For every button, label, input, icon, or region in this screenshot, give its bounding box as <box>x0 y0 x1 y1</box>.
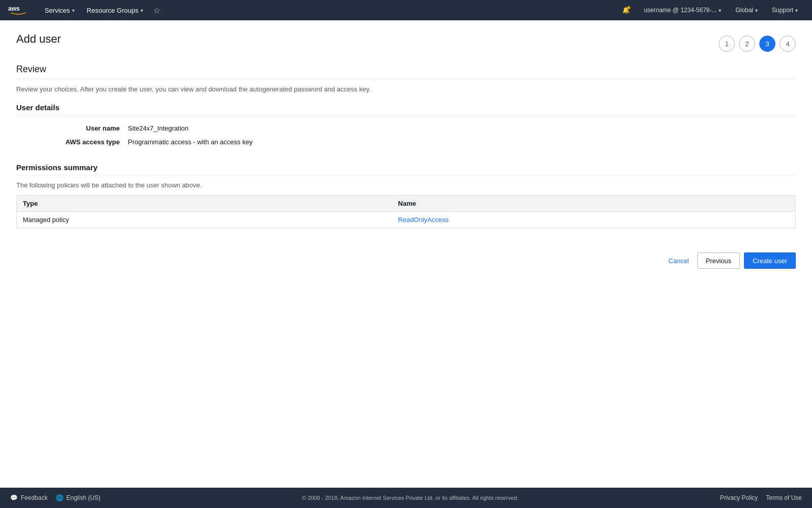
region-label: Global <box>735 7 753 14</box>
review-section-title: Review <box>16 64 796 75</box>
previous-button[interactable]: Previous <box>697 252 740 269</box>
region-chevron-icon: ▾ <box>755 8 758 13</box>
user-details-divider <box>16 115 796 115</box>
username-label: User name <box>16 124 128 132</box>
notifications-icon: 🔔 <box>622 7 630 14</box>
support-label: Support <box>772 7 793 14</box>
username-row: User name Site24x7_Integration <box>16 121 796 135</box>
bookmarks-icon[interactable]: ☆ <box>149 6 164 15</box>
policy-name: ReadOnlyAccess <box>392 212 795 228</box>
access-type-label: AWS access type <box>16 138 128 146</box>
user-details-title: User details <box>16 103 796 112</box>
permissions-table: Type Name Managed policy ReadOnlyAccess <box>16 195 796 228</box>
cancel-button[interactable]: Cancel <box>664 257 693 265</box>
top-nav: aws Services ▾ Resource Groups ▾ ☆ 🔔 use… <box>0 0 812 20</box>
step-1[interactable]: 1 <box>719 36 735 52</box>
permissions-desc: The following policies will be attached … <box>16 181 796 189</box>
aws-logo[interactable]: aws <box>8 4 28 17</box>
copyright-text: © 2008 - 2018, Amazon Internet Services … <box>302 495 519 501</box>
bell-button[interactable]: 🔔 <box>616 0 636 20</box>
resource-groups-label: Resource Groups <box>87 7 139 14</box>
action-row: Cancel Previous Create user <box>16 244 796 269</box>
access-type-value: Programmatic access - with an access key <box>128 138 253 146</box>
region-menu[interactable]: Global ▾ <box>729 0 764 20</box>
services-label: Services <box>45 7 70 14</box>
create-user-button[interactable]: Create user <box>744 252 796 269</box>
review-divider <box>16 79 796 79</box>
support-menu[interactable]: Support ▾ <box>766 0 804 20</box>
policy-link[interactable]: ReadOnlyAccess <box>398 216 449 224</box>
footer: 💬 Feedback 🌐 English (US) © 2008 - 2018,… <box>0 488 812 508</box>
access-type-row: AWS access type Programmatic access - wi… <box>16 135 796 149</box>
account-menu[interactable]: username @ 1234-5678-... ▾ <box>638 0 728 20</box>
language-label: English (US) <box>66 494 100 501</box>
permissions-title: Permissions summary <box>16 163 796 172</box>
page-header: Add user 1 2 3 4 <box>16 33 796 52</box>
nav-right: 🔔 username @ 1234-5678-... ▾ Global ▾ Su… <box>616 0 804 20</box>
support-chevron-icon: ▾ <box>795 8 798 13</box>
review-desc: Review your choices. After you create th… <box>16 85 796 93</box>
feedback-button[interactable]: 💬 Feedback <box>10 494 48 501</box>
table-body: Managed policy ReadOnlyAccess <box>17 212 796 228</box>
main-content: Add user 1 2 3 4 Review Review your choi… <box>0 20 812 488</box>
resource-groups-nav[interactable]: Resource Groups ▾ <box>81 0 149 20</box>
services-nav[interactable]: Services ▾ <box>39 0 81 20</box>
user-details-section: User details User name Site24x7_Integrat… <box>16 103 796 149</box>
policy-type: Managed policy <box>17 212 392 228</box>
account-chevron-icon: ▾ <box>719 8 721 13</box>
step-3[interactable]: 3 <box>759 36 775 52</box>
language-selector[interactable]: 🌐 English (US) <box>56 494 100 501</box>
permissions-section: Permissions summary The following polici… <box>16 163 796 228</box>
feedback-icon: 💬 <box>10 494 18 501</box>
notification-dot <box>627 6 630 9</box>
globe-icon: 🌐 <box>56 494 63 501</box>
permissions-divider <box>16 175 796 175</box>
footer-right: Privacy Policy Terms of Use <box>720 494 802 501</box>
footer-copyright: © 2008 - 2018, Amazon Internet Services … <box>100 495 720 501</box>
account-label: username @ 1234-5678-... <box>644 7 717 14</box>
table-row: Managed policy ReadOnlyAccess <box>17 212 796 228</box>
feedback-label: Feedback <box>21 494 48 501</box>
resource-groups-chevron-icon: ▾ <box>141 8 143 13</box>
step-indicator: 1 2 3 4 <box>719 36 796 52</box>
step-2[interactable]: 2 <box>739 36 755 52</box>
col-type: Type <box>17 196 392 212</box>
privacy-policy-link[interactable]: Privacy Policy <box>720 494 758 501</box>
page-title: Add user <box>16 33 61 46</box>
step-4[interactable]: 4 <box>780 36 796 52</box>
table-header: Type Name <box>17 196 796 212</box>
footer-left: 💬 Feedback 🌐 English (US) <box>10 494 100 501</box>
services-chevron-icon: ▾ <box>72 8 75 13</box>
table-header-row: Type Name <box>17 196 796 212</box>
terms-of-use-link[interactable]: Terms of Use <box>766 494 802 501</box>
review-section: Review Review your choices. After you cr… <box>16 64 796 93</box>
username-value: Site24x7_Integration <box>128 124 188 132</box>
svg-text:aws: aws <box>8 5 20 12</box>
col-name: Name <box>392 196 795 212</box>
